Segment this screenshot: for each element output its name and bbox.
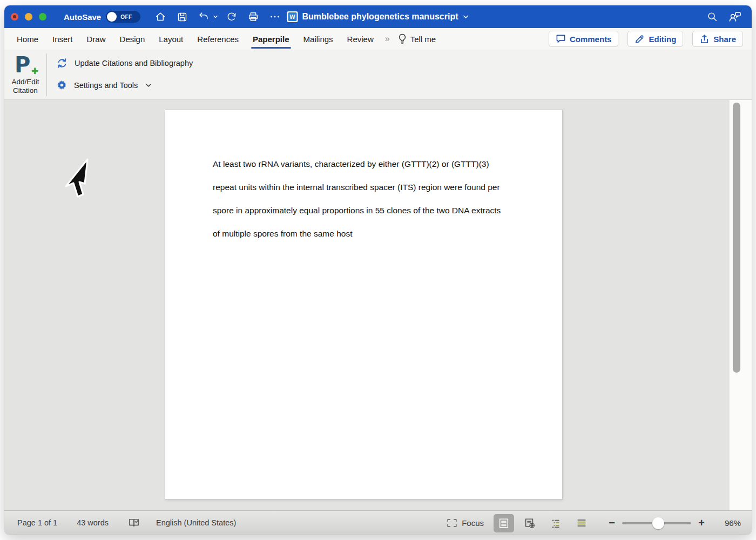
- zoom-percentage[interactable]: 96%: [717, 518, 748, 528]
- more-commands-button[interactable]: [267, 9, 283, 25]
- status-right: Focus − +: [447, 511, 752, 535]
- add-edit-citation-button[interactable]: P + Add/Edit Citation: [4, 50, 46, 100]
- redo-icon: [226, 11, 238, 23]
- search-icon[interactable]: [706, 11, 718, 23]
- document-title: Bumblebee phylogenetics manuscript: [302, 12, 458, 22]
- status-bar: Page 1 of 1 43 words English (United Sta…: [4, 510, 752, 535]
- web-layout-view-button[interactable]: [519, 514, 540, 532]
- vertical-scrollbar[interactable]: [729, 100, 752, 510]
- tab-paperpile[interactable]: Paperpile: [246, 28, 296, 50]
- share-label: Share: [713, 35, 736, 44]
- status-left: Page 1 of 1 43 words English (United Sta…: [17, 517, 236, 528]
- document-page[interactable]: At least two rRNA variants, characterize…: [165, 110, 563, 500]
- zoom-slider[interactable]: [622, 522, 691, 524]
- tab-home[interactable]: Home: [10, 28, 45, 50]
- editing-label: Editing: [649, 35, 676, 44]
- page-count[interactable]: Page 1 of 1: [17, 518, 57, 527]
- tab-overflow-chevron[interactable]: »: [381, 34, 394, 44]
- redo-button[interactable]: [224, 9, 240, 25]
- document-canvas[interactable]: At least two rRNA variants, characterize…: [4, 100, 752, 510]
- add-edit-citation-label: Add/Edit Citation: [11, 78, 39, 95]
- zoom-control: − +: [605, 517, 708, 529]
- settings-and-tools-button[interactable]: Settings and Tools: [56, 79, 152, 91]
- gear-icon: [56, 79, 68, 91]
- titlebar-right-icons: [706, 5, 742, 28]
- focus-label: Focus: [462, 518, 484, 528]
- print-button[interactable]: [245, 9, 261, 25]
- zoom-in-button[interactable]: +: [694, 517, 708, 529]
- more-ellipsis-icon: [269, 11, 281, 23]
- undo-button[interactable]: [195, 9, 212, 25]
- autosave-control: AutoSave OFF: [64, 11, 140, 23]
- outline-view-icon: [550, 517, 562, 529]
- comments-button[interactable]: Comments: [549, 31, 619, 47]
- lightbulb-icon: [398, 33, 407, 44]
- save-icon: [177, 11, 188, 23]
- tab-layout[interactable]: Layout: [152, 28, 190, 50]
- text-line: At least two rRNA variants, characterize…: [213, 152, 501, 176]
- web-layout-view-icon: [524, 517, 536, 529]
- tell-me-label: Tell me: [410, 35, 436, 44]
- close-button[interactable]: [11, 13, 18, 21]
- zoom-slider-handle[interactable]: [652, 517, 664, 529]
- print-layout-view-button[interactable]: [494, 514, 514, 532]
- quick-access-toolbar: [152, 9, 283, 25]
- undo-split-button[interactable]: [195, 9, 218, 25]
- share-button[interactable]: Share: [692, 31, 743, 47]
- text-line: repeat units within the internal transcr…: [213, 176, 501, 199]
- word-count[interactable]: 43 words: [77, 518, 109, 527]
- refresh-icon: [56, 57, 68, 69]
- comment-bubble-icon: [556, 34, 566, 44]
- ribbon-tab-row: Home Insert Draw Design Layout Reference…: [4, 28, 752, 50]
- word-doc-icon: W: [287, 11, 298, 22]
- tell-me-button[interactable]: Tell me: [394, 33, 441, 44]
- home-button[interactable]: [152, 9, 168, 25]
- fullscreen-button[interactable]: [39, 13, 46, 21]
- tab-review[interactable]: Review: [340, 28, 381, 50]
- tab-mailings[interactable]: Mailings: [296, 28, 340, 50]
- mouse-cursor-icon: [63, 157, 93, 200]
- ribbon-group-divider: [46, 53, 47, 96]
- print-layout-view-icon: [498, 517, 510, 529]
- word-app-window: AutoSave OFF: [4, 5, 752, 535]
- update-citations-label: Update Citations and Bibliography: [75, 59, 193, 68]
- tab-draw[interactable]: Draw: [80, 28, 113, 50]
- pencil-icon: [634, 34, 645, 44]
- save-button[interactable]: [174, 9, 190, 25]
- editing-mode-button[interactable]: Editing: [627, 31, 683, 47]
- title-bar: AutoSave OFF: [4, 5, 752, 28]
- spellcheck-book-icon: [128, 517, 140, 528]
- home-icon: [154, 11, 166, 23]
- header-action-buttons: Comments Editing Share: [549, 31, 743, 47]
- autosave-state-label: OFF: [120, 14, 132, 20]
- focus-mode-button[interactable]: Focus: [447, 518, 484, 528]
- document-text[interactable]: At least two rRNA variants, characterize…: [213, 152, 501, 245]
- autosave-label: AutoSave: [64, 12, 101, 22]
- language-status[interactable]: English (United States): [156, 518, 236, 527]
- spellcheck-status-button[interactable]: [128, 517, 140, 528]
- draft-view-button[interactable]: [571, 514, 592, 532]
- text-line: of multiple spores from the same host: [213, 222, 501, 245]
- update-citations-button[interactable]: Update Citations and Bibliography: [56, 57, 193, 69]
- settings-chevron-down-icon: [145, 82, 152, 89]
- focus-brackets-icon: [447, 518, 457, 528]
- zoom-out-button[interactable]: −: [605, 517, 619, 529]
- tab-insert[interactable]: Insert: [45, 28, 80, 50]
- scrollbar-thumb[interactable]: [733, 103, 740, 373]
- tab-design[interactable]: Design: [113, 28, 152, 50]
- minimize-button[interactable]: [25, 13, 32, 21]
- feedback-person-icon[interactable]: [728, 10, 742, 23]
- paperpile-ribbon: P + Add/Edit Citation Update Citations a…: [4, 50, 752, 100]
- title-chevron-icon: [462, 14, 469, 20]
- share-icon: [699, 34, 710, 44]
- settings-and-tools-label: Settings and Tools: [74, 81, 138, 90]
- text-line: spore in approximately equal proportions…: [213, 199, 501, 222]
- tab-references[interactable]: References: [190, 28, 246, 50]
- undo-icon: [198, 11, 210, 23]
- autosave-toggle[interactable]: OFF: [106, 11, 140, 23]
- outline-view-button[interactable]: [545, 514, 566, 532]
- document-title-menu[interactable]: W Bumblebee phylogenetics manuscript: [287, 5, 469, 28]
- autosave-toggle-knob: [107, 12, 117, 22]
- undo-menu-chevron-icon[interactable]: [213, 14, 218, 19]
- draft-view-icon: [576, 517, 588, 529]
